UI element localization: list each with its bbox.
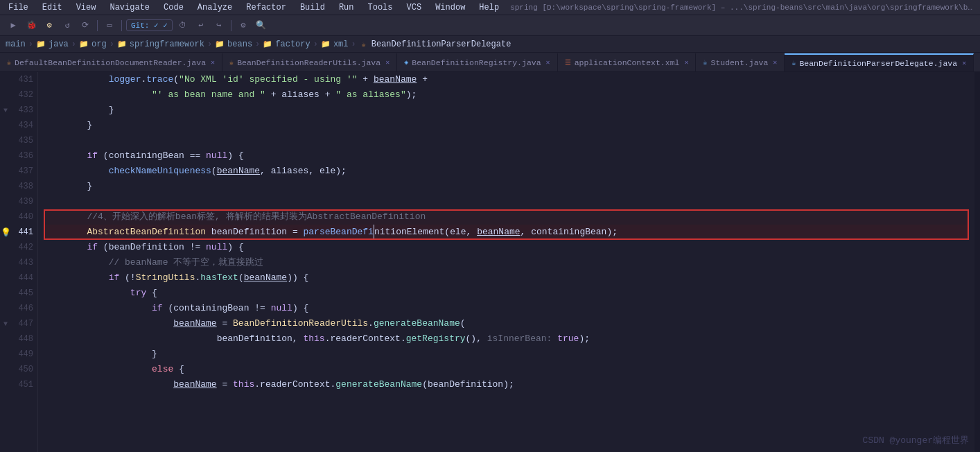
layout-btn[interactable]: ▭ <box>102 18 117 33</box>
line-num-444: 444 <box>11 273 37 283</box>
tab-childb[interactable]: ☕ ChildB... ✕ <box>974 53 980 71</box>
build-btn[interactable]: ⚙ <box>42 18 57 33</box>
sep: › <box>255 40 260 49</box>
sep2 <box>121 20 122 31</box>
menu-item-file[interactable]: File <box>6 3 31 12</box>
menu-item-window[interactable]: Window <box>432 3 468 12</box>
line-num-437: 437 <box>11 166 37 176</box>
close-icon[interactable]: ✕ <box>211 58 215 67</box>
code-line-442: if (beanDefinition != null) { <box>44 240 969 255</box>
menu-item-tools[interactable]: Tools <box>365 3 396 12</box>
xml-folder-icon: 📁 <box>321 40 331 49</box>
close-icon[interactable]: ✕ <box>684 58 688 67</box>
gutter-435: 435 <box>0 133 37 148</box>
code-line-439 <box>44 194 969 209</box>
line-num-432: 432 <box>11 90 37 100</box>
sep: › <box>207 40 212 49</box>
search-btn[interactable]: 🔍 <box>254 18 269 33</box>
factory-folder-icon: 📁 <box>263 40 272 49</box>
gutter-450: 450 <box>0 362 37 377</box>
breadcrumb: main › 📁 java › 📁 org › 📁 springframewor… <box>0 36 980 53</box>
bc-java[interactable]: java <box>49 40 69 49</box>
menu-item-edit[interactable]: Edit <box>40 3 65 12</box>
tab-default-reader[interactable]: ☕ DefaultBeanDefinitionDocumentReader.ja… <box>0 53 222 71</box>
menu-item-refactor[interactable]: Refactor <box>243 3 289 12</box>
close-icon[interactable]: ✕ <box>962 59 966 67</box>
fold-icon-447[interactable]: ▼ <box>0 320 11 328</box>
settings-btn[interactable]: ⚙ <box>236 18 251 33</box>
undo-btn[interactable]: ↩ <box>193 18 209 33</box>
gutter-433: ▼ 433 <box>0 103 37 118</box>
class-icon: ☕ <box>359 40 369 49</box>
tab-parser-delegate[interactable]: ☕ BeanDefinitionParserDelegate.java ✕ <box>785 53 974 71</box>
gutter-446: 446 <box>0 301 37 316</box>
tab-registry[interactable]: ◈ BeanDefinitionRegistry.java ✕ <box>397 53 557 71</box>
code-line-446: if (containingBean != null) { <box>44 301 969 316</box>
menu-bar: File Edit View Navigate Code Analyze Ref… <box>0 0 980 15</box>
watermark: CSDN @younger编程世界 <box>863 434 969 446</box>
git-badge[interactable]: Git: ✓ ✓ <box>126 19 173 31</box>
code-area: 431 432 ▼ 433 434 435 436 437 <box>0 72 980 452</box>
gutter-451: 451 <box>0 377 37 392</box>
menu-item-view[interactable]: View <box>73 3 99 12</box>
bc-springframework[interactable]: springframework <box>130 40 204 49</box>
gutter-436: 436 <box>0 148 37 164</box>
gutter-441: 💡 441 <box>0 225 37 240</box>
java-icon: ☕ <box>229 58 234 67</box>
line-num-435: 435 <box>11 136 37 146</box>
tab-appcontext[interactable]: ☰ applicationContext.xml ✕ <box>558 53 697 71</box>
bc-org[interactable]: org <box>91 40 107 49</box>
menu-item-analyze[interactable]: Analyze <box>195 3 235 12</box>
gutter-448: 448 <box>0 331 37 347</box>
bc-class[interactable]: BeanDefinitionParserDelegate <box>371 40 511 49</box>
line-num-439: 439 <box>11 197 37 207</box>
sep: › <box>351 40 356 49</box>
bc-factory[interactable]: factory <box>275 40 310 49</box>
code-line-450: else { <box>44 362 969 377</box>
sync-btn[interactable]: ⟳ <box>78 18 93 33</box>
bc-main[interactable]: main <box>6 40 26 49</box>
reload-btn[interactable]: ↺ <box>60 18 75 33</box>
gutter-440: 440 <box>0 209 37 225</box>
gutter-442: 442 <box>0 240 37 255</box>
menu-item-help[interactable]: Help <box>476 3 502 12</box>
gutter-432: 432 <box>0 87 37 103</box>
gutter-444: 444 <box>0 270 37 286</box>
tab-student[interactable]: ☕ Student.java ✕ <box>696 53 785 71</box>
bc-beans[interactable]: beans <box>227 40 252 49</box>
fold-icon-433[interactable]: ▼ <box>0 107 11 114</box>
line-num-451: 451 <box>11 380 37 390</box>
redo-btn[interactable]: ↪ <box>211 18 227 33</box>
close-icon[interactable]: ✕ <box>385 58 390 67</box>
line-num-448: 448 <box>11 334 37 344</box>
history-btn[interactable]: ⏱ <box>175 18 191 33</box>
gutter-434: 434 <box>0 118 37 133</box>
menu-item-run[interactable]: Run <box>336 3 357 12</box>
bc-xml[interactable]: xml <box>333 40 349 49</box>
gutter-431: 431 <box>0 72 37 87</box>
scrollbar[interactable] <box>974 72 980 452</box>
menu-item-build[interactable]: Build <box>297 3 328 12</box>
code-line-434: } <box>44 118 969 133</box>
gutter-449: 449 <box>0 347 37 362</box>
java-icon: ☕ <box>703 58 707 67</box>
close-icon[interactable]: ✕ <box>773 58 777 67</box>
run-btn[interactable]: ▶ <box>6 18 21 33</box>
tab-reader-utils[interactable]: ☕ BeanDefinitionReaderUtils.java ✕ <box>222 53 397 71</box>
bulb-gutter-441[interactable]: 💡 <box>0 227 11 238</box>
menu-item-code[interactable]: Code <box>161 3 186 12</box>
sep: › <box>71 40 76 49</box>
gutter-445: 445 <box>0 286 37 301</box>
close-icon[interactable]: ✕ <box>546 58 550 67</box>
code-line-433: } <box>44 103 969 118</box>
line-num-434: 434 <box>11 121 37 130</box>
menu-item-navigate[interactable]: Navigate <box>107 3 152 12</box>
code-line-443: // beanName 不等于空，就直接跳过 <box>44 255 969 270</box>
code-editor[interactable]: logger.trace("No XML 'id' specified - us… <box>38 72 974 452</box>
code-line-445: try { <box>44 286 969 301</box>
menu-item-vcs[interactable]: VCS <box>404 3 425 12</box>
sep3 <box>231 20 231 31</box>
sep1 <box>97 20 98 31</box>
debug-btn[interactable]: 🐞 <box>24 18 39 33</box>
sep: › <box>313 40 318 49</box>
